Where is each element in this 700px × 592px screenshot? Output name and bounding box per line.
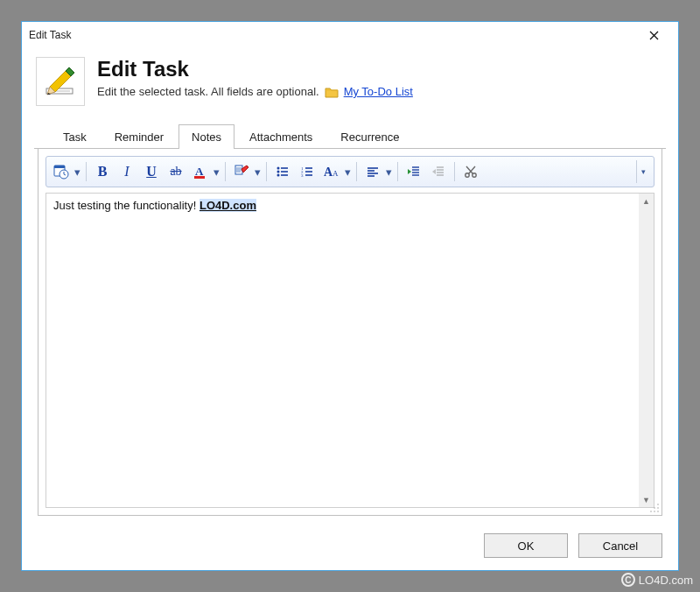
indent-icon bbox=[407, 165, 421, 179]
font-size-icon: A A bbox=[323, 164, 340, 180]
copyright-icon: C bbox=[621, 573, 635, 587]
svg-point-44 bbox=[654, 507, 655, 509]
separator bbox=[86, 162, 87, 181]
outdent-button[interactable] bbox=[427, 160, 450, 183]
number-list-button[interactable]: 1 2 3 bbox=[296, 160, 318, 183]
scroll-track[interactable] bbox=[639, 208, 654, 492]
watermark-text: LO4D.com bbox=[639, 574, 693, 587]
scroll-up-arrow[interactable]: ▲ bbox=[639, 194, 654, 208]
svg-point-45 bbox=[657, 507, 659, 509]
highlight-icon bbox=[234, 164, 249, 180]
svg-point-48 bbox=[657, 511, 659, 512]
header-subtitle-line: Edit the selected task. All fields are o… bbox=[97, 85, 413, 98]
tab-attachments[interactable]: Attachments bbox=[236, 124, 326, 149]
cancel-button[interactable]: Cancel bbox=[578, 533, 662, 558]
ok-button[interactable]: OK bbox=[484, 533, 568, 558]
svg-point-13 bbox=[277, 167, 280, 170]
todo-list-link[interactable]: My To-Do List bbox=[344, 85, 413, 98]
highlight-button[interactable]: ▾ bbox=[230, 160, 262, 183]
watermark: C LO4D.com bbox=[621, 573, 693, 587]
editor-container: Just testing the functionality! LO4D.com… bbox=[46, 193, 654, 508]
editor-link-text[interactable]: LO4D.com bbox=[200, 199, 256, 212]
italic-button[interactable]: I bbox=[116, 160, 138, 183]
toolbar-overflow-button[interactable]: ▾ bbox=[636, 160, 650, 183]
svg-text:A: A bbox=[332, 169, 339, 178]
header-icon-box bbox=[36, 57, 85, 106]
svg-rect-10 bbox=[194, 176, 205, 179]
font-size-button[interactable]: A A ▾ bbox=[320, 160, 352, 183]
dialog-buttons: OK Cancel bbox=[22, 526, 678, 570]
bullet-list-icon bbox=[276, 165, 290, 179]
folder-icon bbox=[325, 86, 339, 98]
svg-point-43 bbox=[657, 504, 659, 505]
titlebar: Edit Task bbox=[22, 22, 678, 48]
close-button[interactable] bbox=[636, 23, 671, 47]
tab-notes[interactable]: Notes bbox=[178, 124, 234, 149]
separator bbox=[266, 162, 267, 181]
separator bbox=[454, 162, 455, 181]
svg-text:3: 3 bbox=[301, 173, 304, 178]
indent-button[interactable] bbox=[402, 160, 425, 183]
number-list-icon: 1 2 3 bbox=[300, 165, 314, 179]
close-icon bbox=[649, 31, 659, 40]
calendar-clock-icon bbox=[53, 164, 69, 180]
page-title: Edit Task bbox=[97, 57, 413, 81]
svg-marker-40 bbox=[432, 169, 436, 174]
svg-rect-7 bbox=[54, 166, 65, 168]
separator bbox=[356, 162, 357, 181]
separator bbox=[225, 162, 226, 181]
editor-toolbar: ▾ B I U ab A ▾ bbox=[46, 156, 654, 187]
editor-text: Just testing the functionality! bbox=[53, 199, 200, 212]
resize-grip-icon[interactable] bbox=[648, 502, 661, 514]
vertical-scrollbar[interactable]: ▲ ▼ bbox=[639, 194, 654, 507]
scissors-icon bbox=[464, 165, 478, 179]
tab-row: Task Reminder Notes Attachments Recurren… bbox=[34, 123, 666, 149]
font-color-button[interactable]: A ▾ bbox=[189, 160, 220, 183]
svg-point-46 bbox=[650, 511, 652, 512]
svg-text:A: A bbox=[195, 165, 204, 178]
tab-recurrence[interactable]: Recurrence bbox=[327, 124, 412, 149]
header-text: Edit Task Edit the selected task. All fi… bbox=[97, 57, 413, 106]
separator bbox=[397, 162, 398, 181]
tab-reminder[interactable]: Reminder bbox=[102, 124, 177, 149]
insert-datetime-button[interactable]: ▾ bbox=[50, 160, 81, 183]
svg-marker-35 bbox=[408, 169, 411, 174]
header-subtitle: Edit the selected task. All fields are o… bbox=[97, 85, 319, 98]
edit-task-dialog: Edit Task Edit Task Edit the selected ta… bbox=[21, 21, 679, 571]
notes-editor[interactable]: Just testing the functionality! LO4D.com bbox=[46, 194, 639, 507]
underline-button[interactable]: U bbox=[140, 160, 163, 183]
align-left-icon bbox=[366, 165, 380, 179]
svg-point-47 bbox=[654, 511, 655, 512]
svg-point-15 bbox=[277, 171, 280, 173]
align-button[interactable]: ▾ bbox=[361, 160, 393, 183]
bullet-list-button[interactable] bbox=[271, 160, 294, 183]
tab-task[interactable]: Task bbox=[50, 124, 100, 149]
svg-point-17 bbox=[277, 174, 280, 177]
notes-panel: ▾ B I U ab A ▾ bbox=[38, 149, 662, 516]
pencil-icon bbox=[43, 64, 78, 99]
dialog-header: Edit Task Edit the selected task. All fi… bbox=[22, 48, 678, 118]
cut-button[interactable] bbox=[459, 160, 482, 183]
outdent-icon bbox=[431, 165, 445, 179]
window-title: Edit Task bbox=[29, 29, 71, 41]
font-color-icon: A bbox=[192, 164, 208, 180]
strikethrough-button[interactable]: ab bbox=[164, 160, 187, 183]
chevron-down-icon: ▾ bbox=[641, 167, 646, 176]
bold-button[interactable]: B bbox=[91, 160, 114, 183]
